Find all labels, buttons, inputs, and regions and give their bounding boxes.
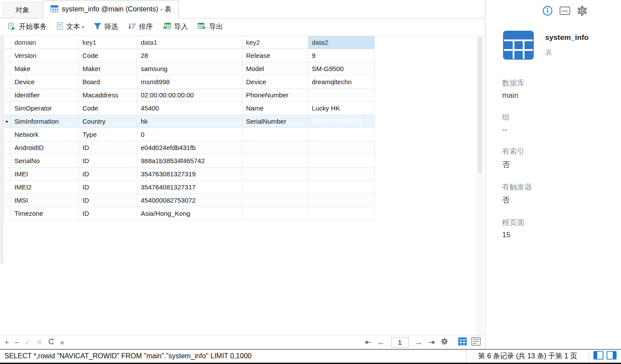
left-splitter[interactable] <box>0 36 3 264</box>
row-marker[interactable] <box>4 62 11 75</box>
grid-cell[interactable]: Device <box>243 75 308 88</box>
next-record-button[interactable]: → <box>415 338 422 347</box>
info-icon[interactable] <box>542 6 553 18</box>
grid-cell[interactable]: Model <box>243 62 308 75</box>
grid-cell[interactable]: IMEI <box>11 167 79 180</box>
previous-record-button[interactable]: ← <box>378 338 385 347</box>
grid-cell[interactable]: SerialNumber <box>243 114 308 128</box>
grid-cell[interactable]: samsung <box>137 62 243 75</box>
filter-button[interactable]: 筛选 <box>89 20 123 34</box>
grid-cell[interactable]: Version <box>11 49 79 62</box>
column-header-domain[interactable]: domain <box>11 36 79 49</box>
row-marker-header[interactable] <box>4 36 11 49</box>
grid-cell[interactable]: Device <box>11 75 79 88</box>
grid-cell[interactable]: 454000082753072 <box>137 193 243 207</box>
grid-cell[interactable]: Network <box>11 128 79 141</box>
grid-cell[interactable] <box>243 207 308 220</box>
row-marker[interactable] <box>4 128 11 141</box>
grid-cell[interactable]: 0 <box>137 128 243 141</box>
vertical-scrollbar[interactable] <box>477 36 483 335</box>
grid-cell[interactable]: ID <box>79 141 137 154</box>
grid-cell[interactable]: ID <box>79 207 137 220</box>
grid-cell[interactable] <box>243 128 308 141</box>
grid-cell[interactable]: hk <box>137 114 243 128</box>
grid-cell[interactable] <box>308 88 375 101</box>
grid-cell[interactable]: Board <box>79 75 137 88</box>
grid-cell[interactable] <box>243 154 308 167</box>
grid-cell[interactable]: PhoneNumber <box>243 88 308 101</box>
grid-cell[interactable]: dreamqltechn <box>308 75 375 88</box>
sort-button[interactable]: 排序 <box>124 20 157 34</box>
row-marker[interactable] <box>4 207 11 220</box>
first-record-button[interactable]: ⇤ <box>365 338 371 347</box>
apply-changes-button[interactable]: ✓ <box>24 339 31 346</box>
grid-cell[interactable]: 354763081327319 <box>137 167 243 180</box>
column-header-data1[interactable]: data1 <box>137 36 243 49</box>
refresh-icon[interactable] <box>48 338 55 346</box>
grid-view-icon[interactable] <box>458 337 467 347</box>
grid-cell[interactable]: Type <box>79 128 137 141</box>
row-marker[interactable] <box>4 88 11 101</box>
ddl-icon[interactable]: DDL <box>560 7 570 17</box>
grid-cell[interactable]: 988a1b38534f465742 <box>137 154 243 167</box>
grid-cell[interactable]: SM-G9500 <box>308 62 375 75</box>
grid-cell[interactable]: IMSI <box>11 193 79 207</box>
grid-cell[interactable] <box>308 207 375 220</box>
grid-cell[interactable] <box>308 141 375 154</box>
grid-cell[interactable]: Code <box>79 49 137 62</box>
grid-cell[interactable]: Name <box>243 101 308 114</box>
row-marker[interactable] <box>4 75 11 88</box>
grid-cell[interactable]: AndroidID <box>11 141 79 154</box>
grid-cell[interactable]: 45400 <box>137 101 243 114</box>
grid-cell[interactable]: SimOperator <box>11 101 79 114</box>
toggle-right-pane-icon[interactable] <box>607 351 617 361</box>
delete-record-button[interactable]: − <box>14 339 19 346</box>
grid-cell[interactable] <box>308 128 375 141</box>
grid-cell[interactable] <box>308 180 375 193</box>
export-button[interactable]: 导出 <box>193 20 228 34</box>
row-marker[interactable] <box>4 167 11 180</box>
begin-transaction-button[interactable]: 开始事务 <box>4 20 51 34</box>
grid-cell[interactable] <box>308 154 375 167</box>
grid-cell[interactable]: 8985200000827 <box>308 114 375 128</box>
grid-cell[interactable]: 354764081327317 <box>137 180 243 193</box>
column-header-data2[interactable]: data2 <box>308 36 375 49</box>
discard-changes-button[interactable]: ✕ <box>36 339 43 346</box>
toggle-left-pane-icon[interactable] <box>593 351 603 361</box>
grid-cell[interactable]: SimInformation <box>11 114 79 128</box>
grid-cell[interactable]: Asia/Hong_Kong <box>137 207 243 220</box>
grid-cell[interactable]: Maker <box>79 62 137 75</box>
grid-settings-gear-icon[interactable] <box>441 338 448 347</box>
row-marker[interactable]: ▸ <box>4 114 11 128</box>
stop-button[interactable]: ■ <box>60 339 64 346</box>
grid-cell[interactable]: 28 <box>137 49 243 62</box>
row-marker[interactable] <box>4 101 11 114</box>
grid-cell[interactable]: 02:00:00:00:00:00 <box>137 88 243 101</box>
row-marker[interactable] <box>4 141 11 154</box>
row-marker[interactable] <box>4 154 11 167</box>
grid-cell[interactable] <box>308 193 375 207</box>
options-gear-icon[interactable] <box>577 6 587 18</box>
grid-cell[interactable]: ID <box>79 193 137 207</box>
grid-cell[interactable]: 9 <box>308 49 375 62</box>
row-marker[interactable] <box>4 180 11 193</box>
grid-cell[interactable]: Make <box>11 62 79 75</box>
grid-cell[interactable]: ID <box>79 154 137 167</box>
grid-cell[interactable] <box>243 180 308 193</box>
grid-cell[interactable] <box>243 141 308 154</box>
grid-cell[interactable]: IMEI2 <box>11 180 79 193</box>
grid-cell[interactable]: Code <box>79 101 137 114</box>
grid-cell[interactable]: ID <box>79 180 137 193</box>
add-record-button[interactable]: + <box>4 339 9 346</box>
scrollbar-thumb[interactable] <box>478 37 482 173</box>
page-number-input[interactable] <box>391 337 409 348</box>
grid-cell[interactable]: msm8998 <box>137 75 243 88</box>
tab-active-table[interactable]: system_info @main (Contents) - 表 <box>43 0 179 18</box>
grid-cell[interactable]: Release <box>243 49 308 62</box>
grid-cell[interactable] <box>308 167 375 180</box>
grid-cell[interactable]: Macaddress <box>79 88 137 101</box>
grid-cell[interactable] <box>243 193 308 207</box>
grid-cell[interactable] <box>243 167 308 180</box>
grid-cell[interactable]: Identifier <box>11 88 79 101</box>
form-view-icon[interactable] <box>471 337 481 347</box>
